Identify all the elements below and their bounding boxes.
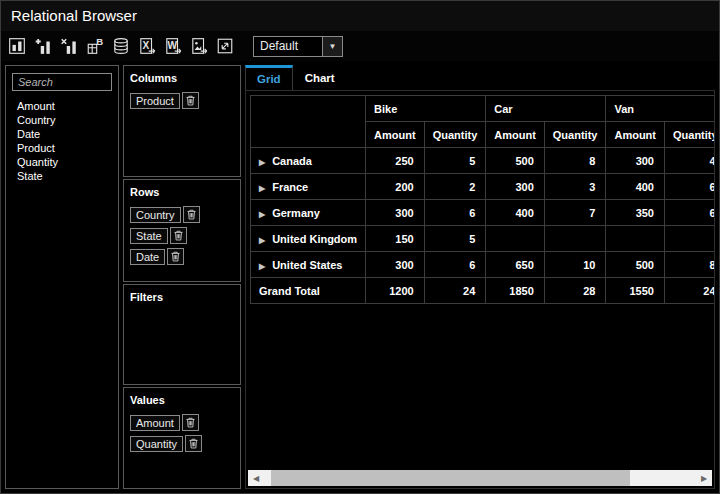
value-cell [486,226,545,252]
field-chip-state[interactable]: State [130,228,168,244]
field-item-amount[interactable]: Amount [17,99,112,113]
trash-icon [169,250,182,263]
chip-row: State [130,227,236,244]
field-item-product[interactable]: Product [17,141,112,155]
field-list: AmountCountryDateProductQuantityState [12,99,112,183]
value-cell: 300 [366,200,425,226]
value-cell: 350 [606,200,665,226]
remove-chip-button[interactable] [185,435,202,452]
layout-selector-dropdown-button[interactable]: ▼ [322,37,342,56]
value-cell: 24 [664,278,715,304]
bar-chart-button[interactable] [7,36,27,56]
export-excel-button[interactable]: X [137,36,157,56]
value-cell: 500 [606,252,665,278]
section-columns: ColumnsProduct [123,65,241,177]
value-column-header: Amount [486,122,545,148]
field-item-country[interactable]: Country [17,113,112,127]
section-values: ValuesAmountQuantity [123,387,241,489]
svg-text:X: X [143,40,150,51]
scroll-left-button[interactable]: ◀ [248,470,264,486]
bar-chart-icon [8,37,26,55]
value-cell: 650 [486,252,545,278]
row-header-label: Germany [272,207,320,219]
expand-arrow-icon[interactable]: ▶ [259,262,265,271]
row-header: ▶United States [251,252,366,278]
value-cell: 8 [664,252,715,278]
tab-chart[interactable]: Chart [293,65,347,90]
remove-chart-button[interactable] [59,36,79,56]
value-cell: 1850 [486,278,545,304]
value-cell: 24 [424,278,486,304]
row-header: ▶United Kingdom [251,226,366,252]
expand-arrow-icon[interactable]: ▶ [259,236,265,245]
chip-row: Country [130,206,236,223]
column-group-header: Bike [366,96,486,122]
table-row: ▶United States30066501050081450 [251,252,716,278]
trash-icon [187,437,200,450]
trash-icon [184,416,197,429]
chip-row: Date [130,248,236,265]
value-cell: 6 [664,174,715,200]
value-cell: 5 [424,148,486,174]
trash-icon [184,94,197,107]
pivot-table: BikeCarVanGrand TotalAmountQuantityAmoun… [250,95,715,304]
content-area: AmountCountryDateProductQuantityState Co… [1,61,719,493]
scrollbar-thumb[interactable] [271,470,630,486]
value-cell: 6 [424,252,486,278]
section-title: Values [130,394,234,406]
field-chip-quantity[interactable]: Quantity [130,436,183,452]
tab-grid[interactable]: Grid [245,65,293,90]
expand-arrow-icon[interactable]: ▶ [259,158,265,167]
column-group-header: Car [486,96,606,122]
pivot-areas-panel: ColumnsProductRowsCountryStateDateFilter… [123,65,241,489]
database-button[interactable] [111,36,131,56]
field-item-state[interactable]: State [17,169,112,183]
add-chart-icon [34,37,52,55]
value-cell [664,226,715,252]
search-input[interactable] [12,73,112,91]
value-cell: 400 [486,200,545,226]
field-chip-product[interactable]: Product [130,93,180,109]
add-chart-button[interactable] [33,36,53,56]
field-item-date[interactable]: Date [17,127,112,141]
value-cell: 4 [664,148,715,174]
chevron-down-icon: ▼ [329,42,337,51]
table-row: ▶France200230034006900 [251,174,716,200]
value-cell: 200 [366,174,425,200]
value-cell [606,226,665,252]
remove-chip-button[interactable] [170,227,187,244]
field-chip-amount[interactable]: Amount [130,415,180,431]
value-column-header: Quantity [424,122,486,148]
remove-chip-button[interactable] [167,248,184,265]
scroll-right-button[interactable]: ▶ [696,470,712,486]
remove-chip-button[interactable] [183,206,200,223]
export-word-button[interactable]: W [163,36,183,56]
field-chip-date[interactable]: Date [130,249,165,265]
grid-pane: BikeCarVanGrand TotalAmountQuantityAmoun… [245,90,715,489]
section-title: Rows [130,186,234,198]
table-row: ▶Germany3006400735061050 [251,200,716,226]
expand-button[interactable] [215,36,235,56]
export-image-button[interactable] [189,36,209,56]
field-chip-country[interactable]: Country [130,207,181,223]
trash-icon [172,229,185,242]
remove-chip-button[interactable] [182,414,199,431]
layout-selector-value[interactable]: Default [254,37,322,56]
expand-arrow-icon[interactable]: ▶ [259,184,265,193]
field-item-quantity[interactable]: Quantity [17,155,112,169]
value-column-header: Amount [606,122,665,148]
value-cell: 2 [424,174,486,200]
fields-panel: AmountCountryDateProductQuantityState [5,65,119,489]
scrollbar-track[interactable] [264,470,696,486]
export-excel-icon: X [138,37,156,55]
row-header-label: Canada [272,155,312,167]
expand-arrow-icon[interactable]: ▶ [259,210,265,219]
section-title: Filters [130,291,234,303]
pivot-b-button[interactable]: B [85,36,105,56]
value-cell: 6 [424,200,486,226]
corner-cell [251,96,366,148]
section-filters: Filters [123,284,241,385]
app-window: Relational Browser BXW Default ▼ AmountC… [0,0,720,494]
remove-chip-button[interactable] [182,92,199,109]
row-header-label: Grand Total [259,285,320,297]
